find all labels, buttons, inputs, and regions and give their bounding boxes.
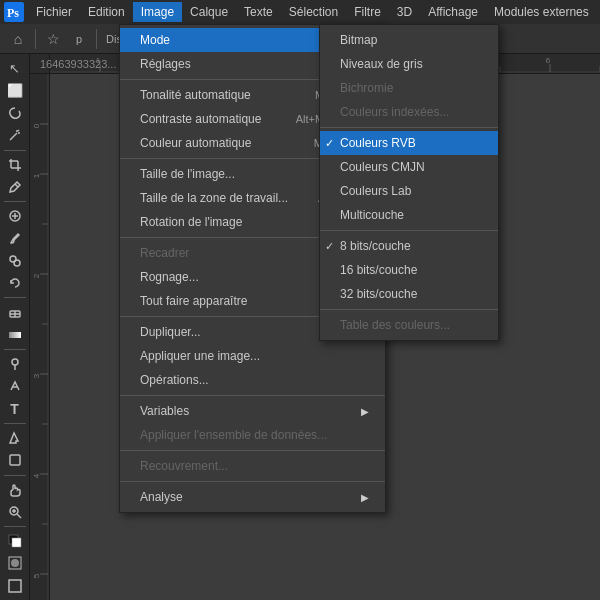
bits8-check: ✓ [325,240,334,253]
tool-clone[interactable] [2,251,28,271]
tool-sep-6 [4,475,26,476]
tool-dodge[interactable] [2,354,28,374]
menu-edition[interactable]: Edition [80,2,133,22]
mode-sep-2 [320,230,498,231]
svg-text:6: 6 [546,56,551,65]
tool-option-p-btn[interactable]: p [67,27,91,51]
tool-zoom[interactable] [2,502,28,522]
tool-magic-wand[interactable] [2,125,28,145]
mode-couleurs-indexees[interactable]: Couleurs indexées... [320,100,498,124]
svg-point-31 [11,559,19,567]
svg-line-2 [10,133,17,140]
mode-bichromie[interactable]: Bichromie [320,76,498,100]
menu-sep-5 [120,395,385,396]
tool-history-brush[interactable] [2,273,28,293]
menu-item-analyse[interactable]: Analyse ▶ [120,485,385,509]
menu-item-operations[interactable]: Opérations... [120,368,385,392]
mode-multicouche[interactable]: Multicouche [320,203,498,227]
tool-shape[interactable] [2,450,28,470]
toolbar-separator-2 [96,29,97,49]
tool-sep-4 [4,349,26,350]
tool-select-rect[interactable]: ⬜ [2,80,28,100]
menu-modules[interactable]: Modules externes [486,2,597,22]
svg-rect-29 [12,538,21,547]
fg-color[interactable] [2,531,28,551]
toolbar-separator-1 [35,29,36,49]
mode-table-couleurs[interactable]: Table des couleurs... [320,313,498,337]
mode-niveaux-gris[interactable]: Niveaux de gris [320,52,498,76]
menu-sep-7 [120,481,385,482]
svg-text:0: 0 [32,123,41,128]
tool-eyedropper[interactable] [2,177,28,197]
app-logo: Ps [4,1,24,23]
svg-point-20 [12,359,18,365]
svg-rect-19 [9,332,21,338]
quick-mask[interactable] [2,553,28,573]
menu-selection[interactable]: Sélection [281,2,346,22]
svg-text:3: 3 [32,373,41,378]
menubar: Ps Fichier Edition Image Calque Texte Sé… [0,0,600,24]
svg-text:Ps: Ps [7,6,19,20]
menu-item-recouvrement[interactable]: Recouvrement... [120,454,385,478]
tool-options-btn[interactable]: ☆ [41,27,65,51]
svg-text:2: 2 [32,273,41,278]
menu-affichage[interactable]: Affichage [420,2,486,22]
menu-filtre[interactable]: Filtre [346,2,389,22]
svg-rect-32 [9,580,21,592]
ruler-vertical: 0 1 2 3 4 5 [30,74,50,600]
tool-pen[interactable] [2,376,28,396]
tool-gradient[interactable] [2,325,28,345]
menu-arrow-analyse: ▶ [361,492,369,503]
menu-item-appliquer-ensemble[interactable]: Appliquer l'ensemble de données... [120,423,385,447]
tool-move[interactable]: ↖ [2,58,28,78]
menu-calque[interactable]: Calque [182,2,236,22]
svg-rect-23 [10,455,20,465]
svg-line-25 [17,514,21,518]
canvas-coords: 16463933323... [40,58,116,70]
couleurs-rvb-check: ✓ [325,137,334,150]
mode-couleurs-lab[interactable]: Couleurs Lab [320,179,498,203]
tool-brush[interactable] [2,228,28,248]
tool-sep-1 [4,150,26,151]
tool-text[interactable]: T [2,399,28,419]
menu-sep-6 [120,450,385,451]
svg-text:1: 1 [32,173,41,178]
svg-text:4: 4 [32,473,41,478]
svg-line-10 [15,184,18,187]
tools-panel: ↖ ⬜ [0,54,30,600]
tool-hand[interactable] [2,479,28,499]
mode-submenu: Bitmap Niveaux de gris Bichromie Couleur… [319,24,499,341]
mode-8bits[interactable]: ✓ 8 bits/couche [320,234,498,258]
tool-sep-7 [4,526,26,527]
tool-sep-5 [4,423,26,424]
tool-heal[interactable] [2,206,28,226]
tool-crop[interactable] [2,154,28,174]
menu-item-appliquer-image[interactable]: Appliquer une image... [120,344,385,368]
mode-sep-3 [320,309,498,310]
mode-32bits[interactable]: 32 bits/couche [320,282,498,306]
screen-mode[interactable] [2,576,28,596]
svg-line-5 [18,130,19,131]
home-btn[interactable]: ⌂ [6,27,30,51]
mode-sep-1 [320,127,498,128]
menu-image[interactable]: Image [133,2,182,22]
tool-path-select[interactable] [2,428,28,448]
mode-16bits[interactable]: 16 bits/couche [320,258,498,282]
menu-3d[interactable]: 3D [389,2,420,22]
svg-point-15 [14,260,20,266]
mode-couleurs-cmjn[interactable]: Couleurs CMJN [320,155,498,179]
mode-couleurs-rvb[interactable]: ✓ Couleurs RVB [320,131,498,155]
tool-sep-3 [4,297,26,298]
menu-item-variables[interactable]: Variables ▶ [120,399,385,423]
tool-eraser[interactable] [2,302,28,322]
menu-texte[interactable]: Texte [236,2,281,22]
svg-text:5: 5 [32,573,41,578]
tool-lasso[interactable] [2,103,28,123]
tool-sep-2 [4,201,26,202]
menu-fichier[interactable]: Fichier [28,2,80,22]
menu-arrow-variables: ▶ [361,406,369,417]
mode-bitmap[interactable]: Bitmap [320,28,498,52]
